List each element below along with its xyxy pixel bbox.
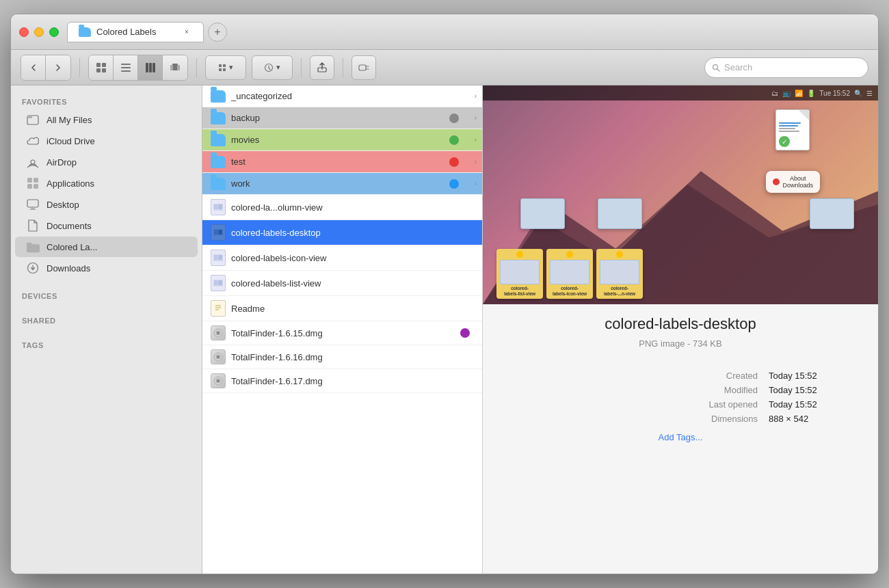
label-dot-red bbox=[449, 157, 459, 167]
file-name-selected: colored-labels-desktop bbox=[231, 228, 321, 238]
toolbar-separator-2 bbox=[196, 58, 197, 77]
sidebar-label-colored-labels: Colored La... bbox=[47, 242, 97, 252]
list-view-button[interactable] bbox=[114, 55, 138, 80]
icon-view-button[interactable] bbox=[89, 55, 114, 80]
label-dot-blue bbox=[449, 179, 459, 189]
dmg-icon bbox=[211, 349, 226, 364]
tab-area: Colored Labels × + bbox=[67, 22, 870, 42]
minimize-button[interactable] bbox=[34, 27, 44, 37]
view-buttons bbox=[88, 55, 188, 81]
meta-row-dimensions: Dimensions 888 × 542 bbox=[510, 414, 851, 424]
svg-rect-1 bbox=[102, 63, 106, 67]
modified-value: Today 15:52 bbox=[769, 385, 851, 395]
tags-section-label: Tags bbox=[11, 336, 202, 352]
share-button[interactable] bbox=[310, 55, 334, 80]
file-name: TotalFinder-1.6.16.dmg bbox=[231, 352, 323, 362]
svg-point-20 bbox=[713, 64, 718, 69]
search-icon bbox=[712, 64, 720, 72]
list-item[interactable]: TotalFinder-1.6.17.dmg bbox=[202, 369, 482, 393]
applications-icon bbox=[26, 176, 40, 190]
list-item[interactable]: TotalFinder-1.6.16.dmg bbox=[202, 345, 482, 369]
svg-rect-31 bbox=[29, 209, 36, 210]
svg-point-54 bbox=[217, 356, 219, 358]
screenshot-icon-selected bbox=[211, 224, 226, 241]
list-item[interactable]: colored-labels-icon-view bbox=[202, 245, 482, 271]
sidebar-item-colored-labels[interactable]: Colored La... bbox=[15, 237, 198, 257]
label-dot-green bbox=[449, 135, 459, 145]
sidebar-item-downloads[interactable]: Downloads bbox=[15, 258, 198, 278]
preview-time: Tue 15:52 bbox=[819, 90, 850, 97]
list-item[interactable]: backup › bbox=[202, 107, 482, 129]
svg-rect-14 bbox=[223, 64, 226, 67]
arrange-button[interactable]: ▾ bbox=[205, 55, 246, 80]
sidebar-label-documents: Documents bbox=[47, 221, 92, 231]
preview-meta: Created Today 15:52 Modified Today 15:52… bbox=[483, 371, 878, 424]
sidebar-label-desktop: Desktop bbox=[47, 200, 79, 210]
file-name: colored-labels-icon-view bbox=[231, 253, 326, 263]
sidebar-item-all-my-files[interactable]: All My Files bbox=[15, 109, 198, 130]
close-button[interactable] bbox=[19, 27, 29, 37]
back-button[interactable] bbox=[21, 55, 46, 80]
coverflow-view-button[interactable] bbox=[163, 55, 187, 80]
svg-rect-0 bbox=[96, 63, 101, 67]
svg-rect-10 bbox=[172, 64, 178, 70]
svg-rect-11 bbox=[170, 65, 173, 70]
list-item[interactable]: work › bbox=[202, 173, 482, 195]
svg-point-24 bbox=[31, 160, 35, 164]
tab-colored-labels[interactable]: Colored Labels × bbox=[67, 22, 204, 42]
list-item-selected[interactable]: colored-labels-desktop bbox=[202, 220, 482, 245]
sidebar: Favorites All My Files iCloud Drive AirD… bbox=[11, 85, 202, 574]
svg-rect-45 bbox=[214, 304, 222, 313]
devices-section-label: Devices bbox=[11, 286, 202, 303]
maximize-button[interactable] bbox=[49, 27, 59, 37]
svg-rect-16 bbox=[223, 68, 226, 71]
list-item[interactable]: test › bbox=[202, 151, 482, 173]
tab-close-button[interactable]: × bbox=[181, 27, 192, 38]
sidebar-item-icloud-drive[interactable]: iCloud Drive bbox=[15, 131, 198, 151]
folder-icon bbox=[211, 156, 226, 168]
screen-thumbnail-right bbox=[810, 198, 854, 229]
svg-rect-35 bbox=[218, 204, 222, 209]
tags-button[interactable] bbox=[351, 55, 376, 80]
all-my-files-icon bbox=[26, 113, 40, 126]
preview-filename: colored-labels-desktop bbox=[499, 315, 862, 333]
action-button[interactable]: ▾ bbox=[252, 55, 293, 80]
svg-rect-5 bbox=[121, 67, 131, 68]
svg-point-51 bbox=[217, 332, 219, 334]
preview-panel: 🗂 📺 📶 🔋 Tue 15:52 🔍 ☰ bbox=[483, 85, 878, 574]
list-item[interactable]: Readme bbox=[202, 296, 482, 321]
column-view-button[interactable] bbox=[138, 55, 163, 80]
list-item[interactable]: _uncategorized › bbox=[202, 85, 482, 107]
search-box[interactable]: Search bbox=[704, 57, 868, 78]
chevron-icon: › bbox=[475, 136, 477, 144]
svg-rect-19 bbox=[359, 65, 366, 70]
list-item[interactable]: movies › bbox=[202, 129, 482, 151]
tab-folder-icon bbox=[79, 27, 91, 37]
svg-rect-30 bbox=[31, 207, 35, 209]
list-item[interactable]: colored-la...olumn-view bbox=[202, 195, 482, 220]
svg-rect-9 bbox=[152, 63, 155, 72]
svg-rect-37 bbox=[214, 230, 217, 235]
list-item[interactable]: TotalFinder-1.6.15.dmg bbox=[202, 321, 482, 345]
add-tags-button[interactable]: Add Tags... bbox=[659, 432, 703, 442]
svg-rect-13 bbox=[219, 64, 222, 67]
forward-button[interactable] bbox=[46, 55, 70, 80]
toolbar-separator-3 bbox=[301, 58, 302, 77]
dimensions-label: Dimensions bbox=[689, 414, 758, 424]
sidebar-item-airdrop[interactable]: AirDrop bbox=[15, 152, 198, 172]
new-tab-button[interactable]: + bbox=[208, 23, 227, 42]
file-name: movies bbox=[231, 135, 259, 145]
label-dot-gray bbox=[449, 113, 459, 123]
favorites-section-label: Favorites bbox=[11, 92, 202, 109]
file-list: _uncategorized › backup › movies › test bbox=[202, 85, 483, 574]
chevron-icon: › bbox=[475, 158, 477, 165]
svg-rect-44 bbox=[218, 280, 222, 285]
sidebar-item-applications[interactable]: Applications bbox=[15, 173, 198, 193]
label-thumbnails: colored-labels-list-view colored-labels-… bbox=[496, 249, 643, 299]
sidebar-item-desktop[interactable]: Desktop bbox=[15, 194, 198, 215]
toolbar-separator-4 bbox=[343, 58, 343, 77]
dimensions-value: 888 × 542 bbox=[769, 414, 851, 424]
sidebar-item-documents[interactable]: Documents bbox=[15, 215, 198, 236]
list-item[interactable]: colored-labels-list-view bbox=[202, 271, 482, 296]
svg-rect-25 bbox=[27, 178, 32, 183]
